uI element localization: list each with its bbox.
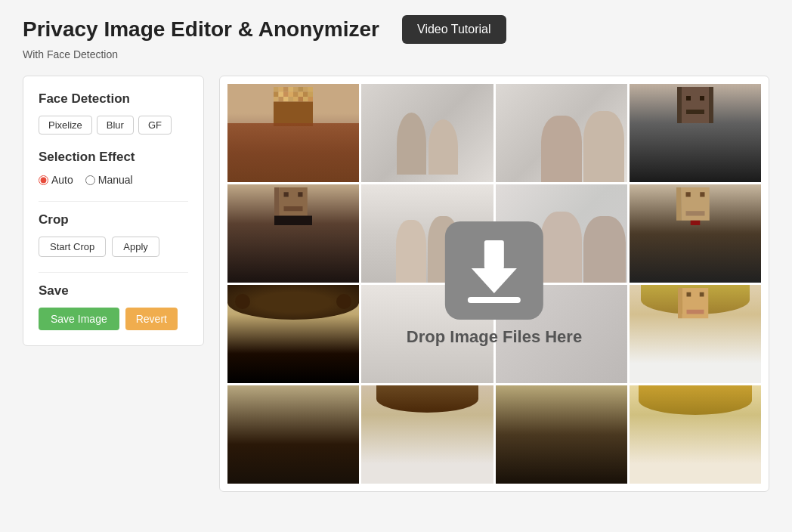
save-section: Save Save Image Revert: [39, 283, 188, 330]
crop-buttons-group: Start Crop Apply: [39, 237, 188, 257]
svg-rect-19: [289, 97, 294, 102]
save-title: Save: [39, 283, 188, 298]
svg-rect-43: [691, 221, 701, 225]
svg-rect-3: [289, 87, 294, 92]
svg-rect-8: [274, 92, 279, 97]
svg-rect-46: [686, 292, 691, 297]
svg-rect-27: [677, 87, 682, 123]
grid-cell-12: [630, 285, 761, 383]
image-grid: Drop Image Files Here: [227, 84, 761, 484]
svg-rect-10: [283, 92, 289, 97]
grid-cell-7: [496, 184, 627, 283]
svg-rect-48: [686, 310, 704, 314]
save-buttons-group: Save Image Revert: [39, 308, 188, 330]
svg-rect-20: [293, 97, 299, 102]
svg-rect-31: [686, 110, 704, 114]
grid-cell-6: [361, 184, 493, 283]
svg-rect-7: [308, 87, 314, 92]
radio-auto[interactable]: [39, 175, 48, 185]
radio-auto-label[interactable]: Auto: [39, 174, 73, 186]
apply-button[interactable]: Apply: [112, 237, 159, 257]
svg-rect-45: [678, 288, 682, 318]
radio-manual-text: Manual: [98, 174, 133, 186]
selection-radio-group: Auto Manual: [39, 174, 188, 186]
svg-rect-32: [279, 187, 308, 216]
svg-rect-11: [289, 92, 294, 97]
grid-cell-1: [227, 84, 359, 182]
svg-rect-16: [274, 97, 279, 102]
svg-rect-15: [308, 92, 314, 97]
svg-rect-21: [299, 97, 304, 102]
subtitle: With Face Detection: [23, 48, 769, 60]
crop-section: Crop Start Crop Apply: [39, 212, 188, 257]
video-tutorial-button[interactable]: Video Tutorial: [402, 15, 506, 44]
svg-rect-17: [279, 97, 284, 102]
page-title: Privacy Image Editor & Anonymizer: [23, 17, 379, 42]
svg-rect-1: [279, 87, 284, 92]
effect-buttons-group: Pixelize Blur GF: [39, 116, 188, 135]
svg-rect-28: [709, 87, 713, 123]
radio-manual[interactable]: [85, 175, 95, 185]
grid-cell-11: [496, 285, 627, 383]
svg-rect-41: [700, 192, 704, 196]
grid-cell-2: [361, 84, 493, 182]
svg-rect-47: [700, 292, 704, 297]
radio-auto-text: Auto: [51, 174, 73, 186]
svg-rect-33: [274, 187, 279, 216]
grid-cell-16: [630, 385, 761, 484]
pixelize-button[interactable]: Pixelize: [39, 116, 92, 135]
start-crop-button[interactable]: Start Crop: [39, 237, 106, 257]
grid-cell-13: [227, 385, 359, 484]
dropzone-container[interactable]: Drop Image Files Here: [219, 76, 769, 492]
crop-title: Crop: [39, 212, 188, 227]
blur-button[interactable]: Blur: [97, 116, 134, 135]
gf-button[interactable]: GF: [138, 116, 172, 135]
grid-cell-10: [361, 285, 493, 383]
svg-rect-9: [279, 92, 284, 97]
svg-rect-5: [299, 87, 304, 92]
svg-rect-13: [299, 92, 304, 97]
svg-rect-30: [700, 96, 704, 101]
svg-rect-22: [303, 97, 308, 102]
svg-rect-29: [686, 96, 691, 101]
svg-rect-23: [308, 97, 314, 102]
svg-rect-40: [685, 192, 690, 196]
svg-rect-6: [303, 87, 308, 92]
save-image-button[interactable]: Save Image: [39, 308, 119, 330]
svg-rect-35: [298, 192, 302, 196]
grid-cell-3: [496, 84, 627, 182]
grid-cell-9: [227, 285, 359, 383]
svg-rect-42: [685, 211, 704, 215]
grid-cell-4: [630, 84, 761, 182]
sidebar: Face Detection Pixelize Blur GF Selectio…: [23, 76, 204, 346]
svg-rect-18: [283, 97, 289, 102]
svg-rect-0: [274, 87, 279, 92]
svg-rect-4: [293, 87, 299, 92]
grid-cell-5: [227, 184, 359, 283]
radio-manual-label[interactable]: Manual: [85, 174, 133, 186]
svg-rect-39: [676, 187, 681, 221]
grid-cell-14: [361, 385, 493, 484]
revert-button[interactable]: Revert: [125, 308, 178, 330]
svg-rect-36: [284, 206, 303, 211]
svg-rect-34: [284, 192, 289, 196]
svg-rect-2: [283, 87, 289, 92]
svg-rect-14: [303, 92, 308, 97]
svg-rect-37: [274, 216, 312, 226]
svg-rect-12: [293, 92, 299, 97]
svg-rect-26: [682, 87, 709, 123]
grid-cell-15: [496, 385, 627, 484]
selection-section: Selection Effect Auto Manual: [39, 150, 188, 186]
grid-cell-8: [630, 184, 761, 283]
face-detection-title: Face Detection: [39, 91, 188, 107]
selection-effect-title: Selection Effect: [39, 150, 188, 165]
